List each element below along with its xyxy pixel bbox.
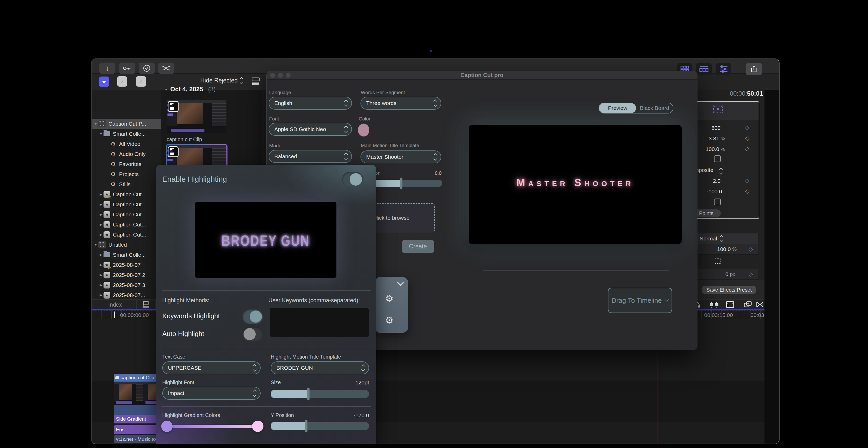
- size-slider[interactable]: [271, 390, 369, 398]
- keyframe-diamond-icon[interactable]: ◇: [745, 188, 749, 195]
- adjustments-button[interactable]: [716, 63, 731, 75]
- disclosure-right-icon[interactable]: ▶: [98, 263, 103, 267]
- sidebar-item-untitled[interactable]: ▼ ★★★★ Untitled: [92, 240, 161, 250]
- y-position-slider[interactable]: [271, 422, 369, 430]
- sidebar-item-caption-cut-p[interactable]: ▼ ★★★★ Caption Cut P...: [92, 119, 161, 129]
- clip-appearance-button[interactable]: [726, 301, 735, 308]
- gradient-start-knob[interactable]: [161, 421, 173, 432]
- keyframe-diamond-icon[interactable]: ◇: [745, 177, 749, 184]
- slider-thumb[interactable]: [307, 388, 310, 400]
- model-dropdown[interactable]: Balanced: [269, 150, 352, 163]
- color-swatch[interactable]: [358, 124, 369, 137]
- timeline-playhead[interactable]: [658, 349, 658, 444]
- blade-tool-button[interactable]: [158, 63, 175, 74]
- keyword-tool-button[interactable]: [119, 63, 135, 74]
- crop-icon[interactable]: [714, 257, 721, 265]
- tab-black-board[interactable]: Black Board: [636, 103, 673, 113]
- browser-clip-thumbnail[interactable]: [167, 100, 226, 133]
- gear-icon[interactable]: ⚙: [385, 293, 393, 304]
- disclosure-right-icon[interactable]: ▶: [98, 212, 103, 216]
- skimming-button[interactable]: [709, 301, 719, 308]
- gradient-sl ider[interactable]: [163, 425, 262, 428]
- disclosure-down-icon[interactable]: ▼: [98, 132, 103, 136]
- sidebar-item-audio-only[interactable]: ⚙ Audio Only: [92, 149, 161, 159]
- param-value[interactable]: 3.81%: [709, 135, 725, 142]
- sidebar-item-smart-collection-2[interactable]: ▶ Smart Colle...: [92, 250, 161, 260]
- keyframe-diamond-icon[interactable]: ◇: [748, 246, 753, 252]
- disclosure-right-icon[interactable]: ▶: [98, 233, 103, 237]
- sidebar-item-stills[interactable]: ⚙ Stills: [92, 179, 161, 189]
- sidebar-item-event[interactable]: ▶ ★ Caption Cut...: [92, 230, 161, 240]
- clip-filter-dropdown[interactable]: Hide Rejected: [200, 77, 243, 84]
- drag-to-timeline-button[interactable]: Drag To Timeline: [608, 288, 672, 313]
- browser-list-view-button[interactable]: [696, 63, 712, 75]
- keyframe-diamond-icon[interactable]: ◇: [745, 145, 749, 152]
- disclosure-right-icon[interactable]: ▶: [98, 192, 103, 196]
- index-button[interactable]: Index: [108, 302, 122, 308]
- words-per-segment-dropdown[interactable]: Three words: [361, 97, 441, 110]
- slider-thumb[interactable]: [305, 420, 307, 432]
- disclosure-right-icon[interactable]: ▶: [98, 293, 103, 297]
- background-tasks-button[interactable]: [139, 63, 155, 74]
- points-button[interactable]: Points: [696, 209, 721, 217]
- disclosure-right-icon[interactable]: ▶: [98, 273, 103, 277]
- sidebar-item-smart-collection[interactable]: ▼ Smart Colle...: [92, 129, 161, 139]
- slider-thumb[interactable]: [400, 178, 402, 189]
- import-media-button[interactable]: ↓: [99, 63, 116, 74]
- sidebar-item-all-video[interactable]: ⚙ All Video: [92, 139, 161, 149]
- sidebar-item-event-date[interactable]: ▶ ★ 2025-08-07 2: [92, 270, 161, 280]
- keyframe-diamond-icon[interactable]: ◇: [745, 124, 749, 131]
- preview-scrollbar[interactable]: [484, 270, 669, 271]
- titles-generators-tab[interactable]: T: [136, 76, 146, 87]
- param-value[interactable]: -100.0: [707, 188, 722, 195]
- blend-param-value[interactable]: Composite: [696, 167, 713, 173]
- highlight-template-dropdown[interactable]: BRODEY GUN: [271, 361, 369, 374]
- sidebar-item-favorites[interactable]: ⚙ Favorites: [92, 159, 161, 169]
- param-value[interactable]: 600: [711, 125, 720, 131]
- gear-icon[interactable]: ⚙: [385, 315, 393, 326]
- create-button[interactable]: Create: [402, 240, 434, 253]
- sidebar-item-event[interactable]: ▶ ★ Caption Cut...: [92, 199, 161, 209]
- param-value[interactable]: 2.0: [713, 178, 720, 184]
- highlight-font-dropdown[interactable]: Impact: [162, 387, 260, 400]
- share-button[interactable]: [746, 63, 762, 75]
- clips-media-tab[interactable]: ★: [99, 76, 109, 87]
- param-value[interactable]: 100.0%: [706, 146, 725, 152]
- disclosure-right-icon[interactable]: ▶: [98, 202, 103, 206]
- language-dropdown[interactable]: English: [269, 97, 352, 110]
- sidebar-item-event-date[interactable]: ▶ ★ 2025-08-07 3: [92, 280, 161, 290]
- sidebar-item-event[interactable]: ▶ ★ Caption Cut...: [92, 209, 161, 219]
- disclosure-right-icon[interactable]: ▶: [98, 253, 103, 257]
- auto-highlight-toggle[interactable]: [243, 327, 263, 342]
- enable-highlighting-toggle[interactable]: [342, 172, 363, 187]
- sidebar-item-projects[interactable]: ⚙ Projects: [92, 169, 161, 179]
- group-disclosure-icon[interactable]: ▼: [164, 88, 168, 92]
- keyframe-diamond-icon[interactable]: ◇: [749, 271, 753, 278]
- sidebar-item-event-date[interactable]: ▶ ★⚠ 2025-08-07: [92, 260, 161, 270]
- disclosure-right-icon[interactable]: ▶: [98, 283, 103, 287]
- gradient-end-knob[interactable]: [252, 421, 264, 432]
- param-checkbox[interactable]: [714, 199, 721, 205]
- transition-button[interactable]: [756, 301, 764, 308]
- disclosure-down-icon[interactable]: ▼: [93, 122, 98, 126]
- connect-overlay-button[interactable]: [743, 301, 752, 308]
- audio-photos-tab[interactable]: ♪: [117, 76, 127, 87]
- user-keywords-input[interactable]: [270, 307, 369, 337]
- browser-appearance-button[interactable]: [252, 77, 260, 85]
- keywords-highlight-toggle[interactable]: [243, 309, 263, 324]
- keyframe-diamond-icon[interactable]: ◇: [745, 135, 749, 142]
- save-effects-preset-button[interactable]: Save Effects Preset: [702, 286, 756, 294]
- crop-amount-row[interactable]: 0 px ◇: [697, 269, 758, 280]
- tab-preview[interactable]: Preview: [599, 103, 636, 113]
- font-dropdown[interactable]: Apple SD Gothic Neo: [269, 123, 352, 136]
- blend-mode-row[interactable]: Normal: [697, 234, 758, 244]
- sidebar-item-event[interactable]: ▶ ★⚠ Caption Cut...: [92, 189, 161, 199]
- transform-icon[interactable]: [712, 105, 724, 113]
- sidebar-item-event-date[interactable]: ▶ ★ 2025-08-07...: [92, 290, 161, 300]
- collapse-chevron-button[interactable]: [398, 280, 403, 286]
- dialog-titlebar[interactable]: Caption Cut pro: [267, 71, 697, 80]
- opacity-row[interactable]: 100.0 % ◇: [697, 244, 758, 255]
- param-checkbox[interactable]: [714, 156, 721, 162]
- text-case-dropdown[interactable]: UPPERCASE: [162, 361, 260, 374]
- sidebar-item-event[interactable]: ▶ ★ Caption Cut...: [92, 219, 161, 230]
